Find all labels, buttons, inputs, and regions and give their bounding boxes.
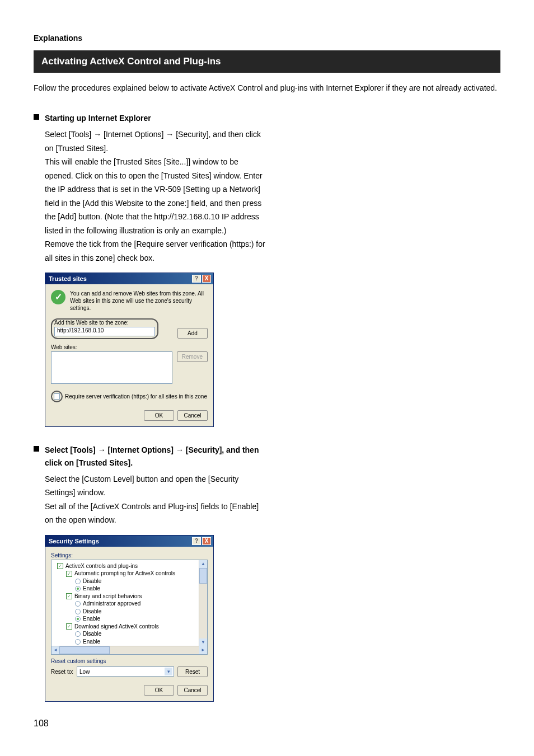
require-verification-checkbox[interactable] [54,393,60,400]
tree-auto-prompt: Automatic prompting for ActiveX controls [74,570,175,577]
tree-enable-3: Enable [83,638,100,646]
reset-to-label: Reset to: [51,669,73,675]
arrow-icon: → [166,130,174,139]
tree-binary: Binary and script behaviors [74,593,142,600]
explanations-heading: Explanations [34,34,500,43]
gear-icon: ✓ [57,563,63,569]
step2-para2: Set all of the [ActiveX Controls and Plu… [45,500,269,527]
page: Explanations Activating ActiveX Control … [0,0,534,745]
close-button[interactable]: X [202,537,211,545]
step1-para3: Remove the tick from the [Require server… [45,237,269,265]
add-button[interactable]: Add [177,328,208,339]
step2-bullet: Select [Tools] → [Internet Options] → [S… [34,444,269,469]
cancel-button[interactable]: Cancel [177,410,208,421]
left-column: Starting up Internet Explorer Select [To… [34,112,269,702]
websites-listbox[interactable] [51,351,172,384]
step2-title: Select [Tools] → [Internet Options] → [S… [45,444,269,469]
tree-admin: Administrator approved [83,600,140,608]
remove-button[interactable]: Remove [177,351,208,362]
step1-line-b: [Internet Options] [101,130,166,139]
radio-admin[interactable] [75,601,81,607]
gear-icon: ✓ [66,623,72,630]
step1-para2: This will enable the [Trusted Sites [Sit… [45,155,269,237]
website-input[interactable]: http://192.168.0.10 [54,327,155,336]
tree-enable-2: Enable [83,615,100,623]
vertical-scrollbar[interactable]: ▲ ▼ [199,560,207,646]
close-button[interactable]: X [202,275,211,283]
square-bullet-icon [34,446,39,452]
reset-level-select[interactable]: Low ▾ [77,666,174,677]
reset-level-value: Low [79,669,90,675]
require-verification-row: Require server verification (https:) for… [51,391,208,402]
step2-para1: Select the [Custom Level] button and ope… [45,472,269,500]
require-verification-label: Require server verification (https:) for… [65,393,207,400]
step2-body: Select the [Custom Level] button and ope… [45,472,269,527]
reset-custom-label: Reset custom settings [51,658,208,664]
dialog-title-text: Security Settings [49,538,99,544]
dialog-body: Settings: ✓ActiveX controls and plug-ins… [45,547,213,701]
scroll-down-icon[interactable]: ▼ [199,638,207,646]
radio-disable[interactable] [75,609,81,614]
step2-title-a: Select [Tools] [45,445,98,454]
intro-text: Follow the procedures explained below to… [34,82,500,95]
radio-disable[interactable] [75,579,81,584]
section-title-band: Activating ActiveX Control and Plug-ins [34,50,500,73]
gear-icon: ✓ [66,571,72,577]
settings-tree[interactable]: ✓ActiveX controls and plug-ins ✓Automati… [51,560,207,646]
tree-activex: ActiveX controls and plug-ins [65,562,138,570]
help-button[interactable]: ? [192,537,201,545]
radio-enable[interactable] [75,616,81,622]
gear-icon: ✓ [66,593,72,599]
arrow-icon: → [93,130,101,139]
add-website-label: Add this Web site to the zone: [54,320,155,326]
radio-disable[interactable] [75,631,81,637]
reset-button[interactable]: Reset [177,666,208,677]
horizontal-scrollbar[interactable]: ◄ ► [51,646,207,654]
dialog-body: ✓ You can add and remove Web sites from … [45,284,213,426]
tree-disable: Disable [83,577,101,585]
step2-title-b: [Internet Options] [106,445,176,454]
radio-enable[interactable] [75,586,81,591]
settings-tree-container: ✓ActiveX controls and plug-ins ✓Automati… [51,560,208,655]
highlight-oval: Add this Web site to the zone: http://19… [51,318,158,339]
security-settings-dialog: Security Settings ? X Settings: ✓ActiveX… [45,535,214,702]
dialog-titlebar: Trusted sites ? X [45,273,213,284]
tree-enable: Enable [83,585,100,593]
scroll-left-icon[interactable]: ◄ [51,646,59,654]
ok-button[interactable]: OK [144,410,174,421]
arrow-icon: → [98,445,106,454]
radio-enable[interactable] [75,639,81,645]
scroll-thumb-h[interactable] [59,646,110,654]
step1-body: Select [Tools] → [Internet Options] → [S… [45,128,269,265]
tree-disable-3: Disable [83,630,101,638]
help-button[interactable]: ? [192,275,201,283]
websites-label: Web sites: [51,344,208,350]
dialog-titlebar: Security Settings ? X [45,536,213,547]
ok-button[interactable]: OK [144,685,174,696]
page-number: 108 [34,719,500,729]
step1-title: Starting up Internet Explorer [45,112,151,124]
highlight-circle [51,391,63,402]
dialog-info-text: You can add and remove Web sites from th… [70,290,208,312]
tree-download-signed: Download signed ActiveX controls [74,623,159,631]
scroll-thumb[interactable] [199,568,207,584]
trusted-sites-dialog: Trusted sites ? X ✓ You can add and remo… [45,273,214,427]
cancel-button[interactable]: Cancel [177,685,208,696]
dialog-title-text: Trusted sites [49,275,87,282]
check-shield-icon: ✓ [51,290,65,304]
square-bullet-icon [34,114,39,120]
tree-disable-2: Disable [83,608,101,616]
settings-label: Settings: [51,552,208,558]
step1-line-a: Select [Tools] [45,130,93,139]
arrow-icon: → [176,445,184,454]
step1-bullet: Starting up Internet Explorer [34,112,269,124]
chevron-down-icon: ▾ [165,668,172,675]
scroll-up-icon[interactable]: ▲ [199,560,207,568]
scroll-right-icon[interactable]: ► [199,646,207,654]
